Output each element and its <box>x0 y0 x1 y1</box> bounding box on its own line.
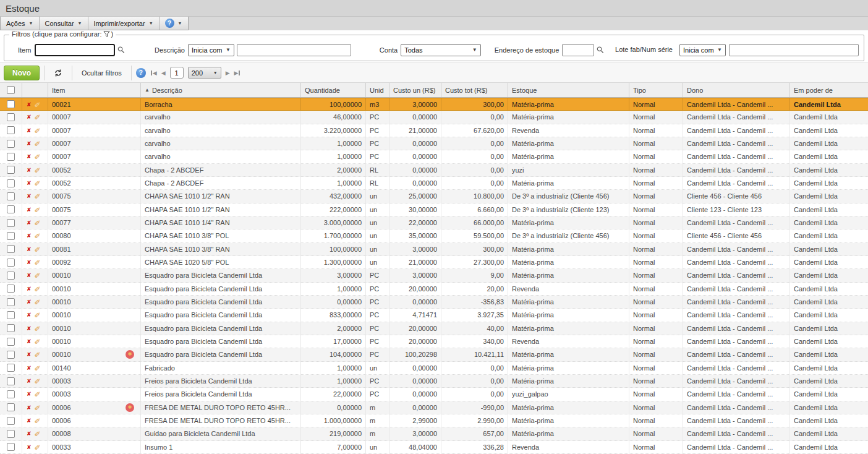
row-checkbox[interactable] <box>7 153 15 161</box>
edit-icon[interactable]: ✎ <box>33 351 42 358</box>
edit-icon[interactable]: ✎ <box>33 114 42 120</box>
table-row[interactable]: ✘✎00010Esquadro para Bicicleta Candemil … <box>0 296 868 309</box>
ocultar-filtros-button[interactable]: Ocultar filtros <box>77 66 127 80</box>
edit-icon[interactable]: ✎ <box>33 246 42 252</box>
delete-icon[interactable]: ✘ <box>27 312 32 318</box>
delete-icon[interactable]: ✘ <box>27 351 32 358</box>
delete-icon[interactable]: ✘ <box>27 140 32 147</box>
table-row[interactable]: ✘✎00021Borracha100,00000m33,00000300,00M… <box>0 98 868 111</box>
table-row[interactable]: ✘✎00081CHAPA SAE 1010 3/8" RAN100,00000u… <box>0 243 868 256</box>
refresh-button[interactable] <box>49 66 67 80</box>
delete-icon[interactable]: ✘ <box>27 193 32 199</box>
menu-help[interactable]: ? ▼ <box>160 17 188 30</box>
row-checkbox[interactable] <box>7 351 15 359</box>
table-row[interactable]: ✘✎00007carvalho1,00000PC0,000000,00Matér… <box>0 137 868 150</box>
page-size-select[interactable]: 200 ▼ <box>188 67 221 79</box>
row-checkbox[interactable] <box>7 324 15 332</box>
edit-icon[interactable]: ✎ <box>33 153 42 160</box>
table-row[interactable]: ✘✎00006✱FRESA DE METAL DURO TOPO RETO 45… <box>0 401 868 414</box>
edit-icon[interactable]: ✎ <box>33 430 42 437</box>
table-row[interactable]: ✘✎00010Esquadro para Bicicleta Candemil … <box>0 322 868 335</box>
delete-icon[interactable]: ✘ <box>27 444 32 450</box>
row-checkbox[interactable] <box>7 126 15 134</box>
delete-icon[interactable]: ✘ <box>27 272 32 278</box>
next-page-button[interactable]: ▶ <box>226 70 230 76</box>
edit-icon[interactable]: ✎ <box>33 220 42 226</box>
header-em-poder-de[interactable]: Em poder de <box>790 83 868 97</box>
table-row[interactable]: ✘✎00077CHAPA SAE 1010 1/4" RAN3.000,0000… <box>0 216 868 229</box>
menu-consultar[interactable]: Consultar ▼ <box>40 17 88 30</box>
delete-icon[interactable]: ✘ <box>27 167 32 173</box>
table-row[interactable]: ✘✎00008Guidao para Bicicleta Candemil Lt… <box>0 427 868 440</box>
row-checkbox[interactable] <box>7 377 15 385</box>
row-checkbox[interactable] <box>7 259 15 267</box>
table-row[interactable]: ✘✎00007carvalho3.220,00000PC21,0000067.6… <box>0 124 868 137</box>
row-checkbox[interactable] <box>7 100 15 108</box>
first-page-button[interactable]: ◀ <box>151 70 157 76</box>
delete-icon[interactable]: ✘ <box>27 299 32 305</box>
delete-icon[interactable]: ✘ <box>27 338 32 345</box>
table-row[interactable]: ✘✎00010Esquadro para Bicicleta Candemil … <box>0 283 868 296</box>
select-all-checkbox[interactable] <box>7 86 15 94</box>
lote-filter-input[interactable] <box>729 44 859 56</box>
endereco-filter-input[interactable] <box>562 44 594 56</box>
edit-icon[interactable]: ✎ <box>33 233 42 239</box>
row-checkbox[interactable] <box>7 443 15 451</box>
delete-icon[interactable]: ✘ <box>27 220 32 226</box>
edit-icon[interactable]: ✎ <box>33 418 42 424</box>
header-dono[interactable]: Dono <box>683 83 790 97</box>
delete-icon[interactable]: ✘ <box>27 418 32 424</box>
header-unid[interactable]: Unid <box>366 83 389 97</box>
edit-icon[interactable]: ✎ <box>33 405 42 411</box>
table-row[interactable]: ✘✎00075CHAPA SAE 1010 1/2" RAN432,00000u… <box>0 190 868 203</box>
prev-page-button[interactable]: ◀ <box>161 70 166 76</box>
edit-icon[interactable]: ✎ <box>33 180 42 186</box>
filters-legend[interactable]: Filtros (clique para configurar: ) <box>9 30 116 38</box>
delete-icon[interactable]: ✘ <box>27 127 32 134</box>
row-checkbox[interactable] <box>7 311 15 319</box>
menu-acoes[interactable]: Ações ▼ <box>1 17 40 30</box>
search-icon[interactable] <box>597 46 604 54</box>
edit-icon[interactable]: ✎ <box>33 365 42 371</box>
table-row[interactable]: ✘✎00007carvalho1,00000PC0,000000,00Matér… <box>0 150 868 163</box>
row-checkbox[interactable] <box>7 417 15 425</box>
delete-icon[interactable]: ✘ <box>27 430 32 437</box>
row-checkbox[interactable] <box>7 245 15 253</box>
delete-icon[interactable]: ✘ <box>27 180 32 186</box>
delete-icon[interactable]: ✘ <box>27 286 32 292</box>
row-checkbox[interactable] <box>7 179 15 187</box>
table-row[interactable]: ✘✎00007carvalho46,00000PC0,000000,00Maté… <box>0 111 868 124</box>
conta-select[interactable]: Todas ▼ <box>401 44 481 56</box>
edit-icon[interactable]: ✎ <box>33 140 42 147</box>
delete-icon[interactable]: ✘ <box>27 378 32 384</box>
table-row[interactable]: ✘✎00075CHAPA SAE 1010 1/2" RAN222,00000u… <box>0 203 868 216</box>
delete-icon[interactable]: ✘ <box>27 365 32 371</box>
table-row[interactable]: ✘✎00010Esquadro para Bicicleta Candemil … <box>0 309 868 322</box>
header-descricao[interactable]: ▲ Descrição <box>141 83 301 97</box>
delete-icon[interactable]: ✘ <box>27 391 32 397</box>
row-checkbox[interactable] <box>7 430 15 438</box>
edit-icon[interactable]: ✎ <box>33 312 42 318</box>
edit-icon[interactable]: ✎ <box>33 391 42 397</box>
search-icon[interactable] <box>117 46 125 54</box>
table-row[interactable]: ✘✎00003Freios para Bicicleta Candemil Lt… <box>0 375 868 388</box>
header-quantidade[interactable]: Quantidade <box>301 83 366 97</box>
edit-icon[interactable]: ✎ <box>33 193 42 199</box>
lote-operator-select[interactable]: Inicia com ▼ <box>679 44 726 56</box>
delete-icon[interactable]: ✘ <box>27 207 32 213</box>
table-row[interactable]: ✘✎00010✱Esquadro para Bicicleta Candemil… <box>0 348 868 361</box>
header-tipo[interactable]: Tipo <box>629 83 683 97</box>
delete-icon[interactable]: ✘ <box>27 259 32 265</box>
table-row[interactable]: ✘✎00006FRESA DE METAL DURO TOPO RETO 45H… <box>0 414 868 427</box>
novo-button[interactable]: Novo <box>4 66 40 80</box>
edit-icon[interactable]: ✎ <box>33 259 42 265</box>
descricao-filter-input[interactable] <box>237 44 351 56</box>
table-row[interactable]: ✘✎00052Chapa - 2 ABCDEF1,00000RL0,000000… <box>0 177 868 190</box>
edit-icon[interactable]: ✎ <box>33 338 42 345</box>
edit-icon[interactable]: ✎ <box>33 167 42 173</box>
edit-icon[interactable]: ✎ <box>33 378 42 384</box>
row-checkbox[interactable] <box>7 390 15 398</box>
edit-icon[interactable]: ✎ <box>33 286 42 292</box>
table-row[interactable]: ✘✎00140Fabricado1,00000un0,000000,00Maté… <box>0 362 868 375</box>
row-checkbox[interactable] <box>7 113 15 121</box>
